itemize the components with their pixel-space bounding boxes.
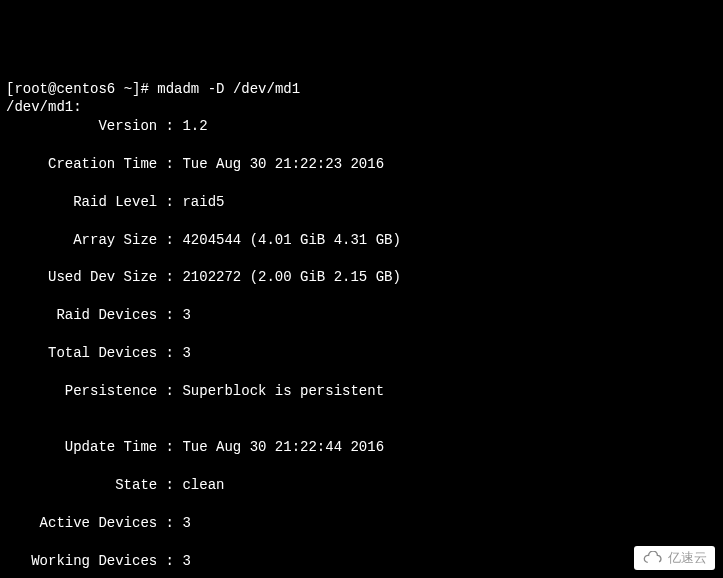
field-used-dev-size: Used Dev Size : 2102272 (2.00 GiB 2.15 G… [6, 268, 717, 287]
device-path: /dev/md1: [6, 99, 82, 115]
field-value: Tue Aug 30 21:22:23 2016 [182, 156, 384, 172]
field-value: 1.2 [182, 118, 207, 134]
field-label: Used Dev Size [6, 268, 157, 287]
field-value: 2102272 (2.00 GiB 2.15 GB) [182, 269, 400, 285]
prompt-dir: ~ [124, 81, 132, 97]
field-value: 3 [182, 345, 190, 361]
field-raid-devices: Raid Devices : 3 [6, 306, 717, 325]
field-value: clean [182, 477, 224, 493]
field-raid-level: Raid Level : raid5 [6, 193, 717, 212]
field-label: Array Size [6, 231, 157, 250]
prompt-host: centos6 [56, 81, 115, 97]
field-active-devices: Active Devices : 3 [6, 514, 717, 533]
field-label: Creation Time [6, 155, 157, 174]
field-value: Tue Aug 30 21:22:44 2016 [182, 439, 384, 455]
watermark-text: 亿速云 [668, 549, 707, 567]
command: mdadm -D /dev/md1 [157, 81, 300, 97]
field-label: Raid Devices [6, 306, 157, 325]
field-array-size: Array Size : 4204544 (4.01 GiB 4.31 GB) [6, 231, 717, 250]
field-label: Version [6, 117, 157, 136]
field-persistence: Persistence : Superblock is persistent [6, 382, 717, 401]
field-label: Total Devices [6, 344, 157, 363]
field-value: 3 [182, 515, 190, 531]
field-update-time: Update Time : Tue Aug 30 21:22:44 2016 [6, 438, 717, 457]
field-label: Update Time [6, 438, 157, 457]
field-version: Version : 1.2 [6, 117, 717, 136]
field-label: Raid Level [6, 193, 157, 212]
field-label: Working Devices [6, 552, 157, 571]
field-value: 3 [182, 307, 190, 323]
field-label: Persistence [6, 382, 157, 401]
field-total-devices: Total Devices : 3 [6, 344, 717, 363]
field-working-devices: Working Devices : 3 [6, 552, 717, 571]
prompt-user: root [14, 81, 48, 97]
field-label: Active Devices [6, 514, 157, 533]
field-label: State [6, 476, 157, 495]
field-value: 3 [182, 553, 190, 569]
cloud-icon [642, 551, 664, 565]
prompt-line[interactable]: [root@centos6 ~]# mdadm -D /dev/md1 [6, 81, 300, 97]
field-value: raid5 [182, 194, 224, 210]
field-state: State : clean [6, 476, 717, 495]
watermark: 亿速云 [634, 546, 715, 570]
field-value: 4204544 (4.01 GiB 4.31 GB) [182, 232, 400, 248]
field-value: Superblock is persistent [182, 383, 384, 399]
field-creation-time: Creation Time : Tue Aug 30 21:22:23 2016 [6, 155, 717, 174]
